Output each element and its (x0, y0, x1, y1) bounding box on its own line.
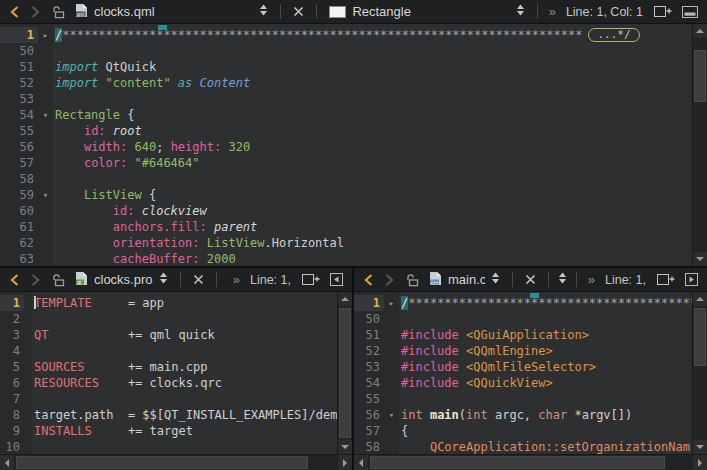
code-line: 4 (0, 343, 337, 359)
symbol-dropdown[interactable]: Rectangle (326, 4, 527, 19)
scroll-left-button[interactable] (354, 455, 368, 470)
code-text: width: 640; height: 320 (53, 139, 692, 155)
forward-button[interactable] (381, 271, 398, 289)
scrollbar-track[interactable] (14, 455, 338, 470)
scroll-up-button[interactable] (693, 292, 707, 306)
scroll-right-button[interactable] (693, 455, 707, 470)
scrollbar-thumb[interactable] (339, 308, 351, 438)
split-editor-button[interactable] (654, 271, 678, 288)
fold-spacer (38, 75, 53, 91)
code-text: RESOURCES += clocks.qrc (32, 375, 337, 391)
code-line: 63 cacheBuffer: 2000 (0, 251, 692, 266)
line-number: 54 (354, 375, 384, 391)
split-editor-button[interactable] (299, 271, 323, 288)
toolbar-separator (576, 272, 577, 287)
open-document-dropdown[interactable]: c++ main.cpp (426, 271, 503, 289)
editor-toolbar-bottom-left: qt clocks.pro » Line: 1, (0, 268, 352, 292)
vertical-scrollbar[interactable] (692, 24, 707, 266)
back-button[interactable] (360, 271, 377, 289)
editor-clocks-qml[interactable]: 1▸/*************************************… (0, 24, 692, 266)
fold-spacer (24, 343, 32, 359)
code-line: 8target.path = $$[QT_INSTALL_EXAMPLES]/d… (0, 407, 337, 423)
line-number: 55 (354, 391, 384, 407)
toolbar-separator (280, 4, 281, 19)
close-split-button[interactable] (327, 271, 346, 288)
code-line: 57{ (354, 423, 692, 439)
scrollbar-track[interactable] (693, 306, 707, 440)
fold-spacer (38, 219, 53, 235)
editor-toolbar-bottom-right: c++ main.cpp » Line: 1, (354, 268, 707, 292)
collapsed-comment-badge[interactable]: ...*/ (588, 28, 639, 42)
scroll-right-button[interactable] (338, 455, 352, 470)
split-editor-button[interactable] (651, 3, 675, 20)
fold-expanded-icon[interactable]: ▾ (384, 407, 399, 423)
forward-button[interactable] (27, 271, 44, 289)
back-button[interactable] (6, 271, 23, 289)
scroll-up-button[interactable] (338, 292, 352, 306)
close-document-button[interactable] (522, 272, 539, 287)
open-document-dropdown[interactable]: qml clocks.qml (72, 3, 271, 21)
code-line: 52#include <QQmlEngine> (354, 343, 692, 359)
code-line: 52import "content" as Content (0, 75, 692, 91)
toolbar-overflow-chevron[interactable]: » (549, 4, 556, 19)
close-document-button[interactable] (290, 4, 307, 19)
close-split-button[interactable] (682, 271, 701, 288)
open-document-dropdown[interactable]: qt clocks.pro (72, 271, 171, 289)
updown-arrows-icon (516, 4, 525, 19)
scrollbar-thumb[interactable] (16, 456, 308, 469)
toolbar-overflow-chevron[interactable]: » (588, 272, 595, 287)
toggle-panel-button[interactable] (679, 4, 701, 20)
horizontal-scrollbar[interactable] (0, 454, 352, 470)
scroll-left-button[interactable] (0, 455, 14, 470)
updown-arrows-icon (491, 272, 500, 287)
fold-expanded-icon[interactable]: ▾ (38, 107, 53, 123)
line-number: 50 (354, 311, 384, 327)
symbol-name: Rectangle (352, 4, 411, 19)
fold-spacer (38, 171, 53, 187)
close-document-button[interactable] (190, 272, 207, 287)
editor-clocks-pro[interactable]: 1TEMPLATE = app23QT += qml quick45SOURCE… (0, 292, 337, 454)
fold-spacer (384, 391, 399, 407)
fold-collapsed-icon[interactable]: ▸ (384, 295, 399, 311)
scroll-down-button[interactable] (693, 440, 707, 454)
code-text: /***************************************… (53, 27, 692, 43)
code-text: id: clockview (53, 203, 692, 219)
line-number: 4 (0, 343, 24, 359)
code-line: 59▾ ListView { (0, 187, 692, 203)
code-line: 55 id: root (0, 123, 692, 139)
qml-file-icon: qml (75, 3, 88, 21)
scrollbar-track[interactable] (368, 455, 693, 470)
code-line: 2 (0, 311, 337, 327)
back-button[interactable] (6, 3, 23, 21)
lock-icon[interactable] (48, 271, 68, 289)
lock-icon[interactable] (48, 3, 68, 21)
code-text: import QtQuick (53, 59, 692, 75)
fold-collapsed-icon[interactable]: ▸ (38, 27, 53, 43)
scrollbar-thumb[interactable] (370, 456, 665, 469)
scroll-down-button[interactable] (338, 440, 352, 454)
horizontal-scrollbar[interactable] (354, 454, 707, 470)
code-text: SOURCES += main.cpp (32, 359, 337, 375)
fold-spacer (384, 375, 399, 391)
vertical-scrollbar[interactable] (692, 292, 707, 454)
symbol-dropdown-collapsed[interactable] (558, 272, 567, 287)
fold-spacer (384, 343, 399, 359)
scroll-up-button[interactable] (693, 24, 707, 38)
toolbar-overflow-chevron[interactable]: » (233, 272, 240, 287)
scroll-down-button[interactable] (693, 252, 707, 266)
vertical-scrollbar[interactable] (337, 292, 352, 454)
code-text (53, 91, 692, 107)
lock-icon[interactable] (402, 271, 422, 289)
toolbar-separator (180, 272, 181, 287)
code-line: 51#include <QGuiApplication> (354, 327, 692, 343)
forward-button[interactable] (27, 3, 44, 21)
scrollbar-track[interactable] (338, 306, 352, 440)
fold-expanded-icon[interactable]: ▾ (38, 187, 53, 203)
code-text (32, 343, 337, 359)
scrollbar-thumb[interactable] (694, 50, 706, 102)
scrollbar-thumb[interactable] (694, 308, 706, 366)
fold-spacer (24, 423, 32, 439)
code-text: anchors.fill: parent (53, 219, 692, 235)
scrollbar-track[interactable] (693, 38, 707, 252)
editor-main-cpp[interactable]: 1▸/*************************************… (354, 292, 692, 454)
